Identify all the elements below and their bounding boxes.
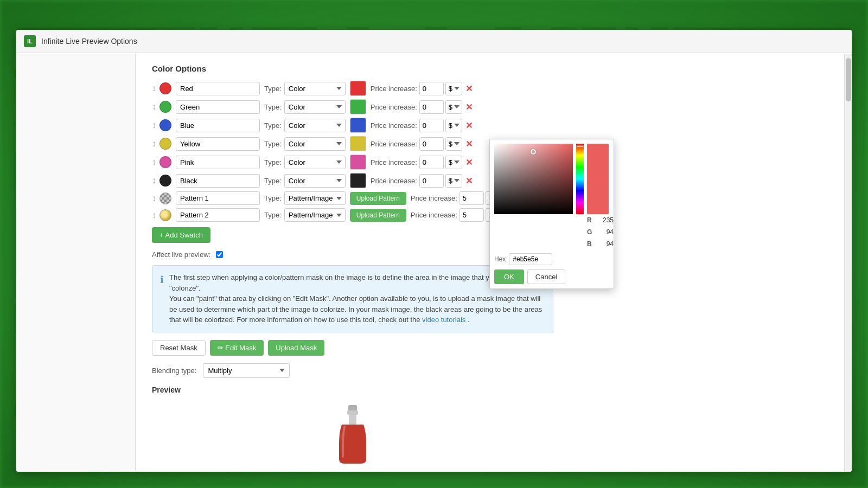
remove-btn-blue[interactable]: ✕ xyxy=(465,120,473,131)
type-select-red[interactable]: ColorPattern/Image xyxy=(284,82,346,95)
type-label-yellow: Type: xyxy=(264,140,282,148)
video-tutorials-link[interactable]: video tutorials xyxy=(422,316,465,324)
name-input-pink[interactable] xyxy=(176,156,260,169)
color-swatch-pink[interactable] xyxy=(159,156,171,168)
color-swatch-red[interactable] xyxy=(159,82,171,94)
price-input-blue[interactable] xyxy=(419,119,444,132)
type-select-pattern1[interactable]: ColorPattern/Image xyxy=(284,191,346,205)
picker-r-row: R 235 xyxy=(587,216,614,224)
drag-handle-blue[interactable]: ↕ xyxy=(152,120,156,130)
color-swatch-black[interactable] xyxy=(159,175,171,187)
picker-top-row: R 235 G 94 B 94 xyxy=(494,144,609,250)
currency-select-red[interactable]: $ xyxy=(445,82,462,95)
picker-hex-row: Hex xyxy=(494,253,609,265)
left-sidebar xyxy=(16,53,136,471)
reset-mask-button[interactable]: Reset Mask xyxy=(152,340,206,356)
currency-select-blue[interactable]: $ xyxy=(445,119,462,132)
picker-gradient[interactable] xyxy=(494,144,573,214)
price-input-green[interactable] xyxy=(419,100,444,114)
color-swatch-pattern2[interactable] xyxy=(159,209,171,221)
scrollbar[interactable] xyxy=(844,54,852,472)
type-label-green: Type: xyxy=(264,103,282,111)
drag-handle-pattern2[interactable]: ↕ xyxy=(152,210,156,220)
type-select-pink[interactable]: ColorPattern/Image xyxy=(284,156,346,169)
picker-cancel-button[interactable]: Cancel xyxy=(527,269,565,284)
currency-select-pink[interactable]: $ xyxy=(445,156,462,169)
affect-label: Affect live preview: xyxy=(152,251,210,259)
name-input-pattern1[interactable] xyxy=(176,191,260,205)
add-swatch-label: + Add Swatch xyxy=(159,231,203,239)
remove-btn-pink[interactable]: ✕ xyxy=(465,157,473,168)
color-swatch-pattern1[interactable] xyxy=(159,192,171,204)
currency-select-black[interactable]: $ xyxy=(445,174,462,188)
b-value: 94 xyxy=(595,240,614,248)
type-label-pattern1: Type: xyxy=(264,194,282,202)
add-swatch-button[interactable]: + Add Swatch xyxy=(152,227,210,243)
price-input-yellow[interactable] xyxy=(419,137,444,151)
color-swatch-blue[interactable] xyxy=(159,119,171,131)
price-label-pattern2: Price increase: xyxy=(411,211,457,219)
color-row-red: ↕Type:ColorPattern/ImagePrice increase:$… xyxy=(152,81,841,96)
color-swatch-yellow[interactable] xyxy=(159,138,171,150)
main-content: Color Options ↕Type:ColorPattern/ImagePr… xyxy=(136,53,852,471)
color-preview-red[interactable] xyxy=(350,81,366,96)
color-preview-black[interactable] xyxy=(350,173,366,188)
price-input-red[interactable] xyxy=(419,82,444,95)
drag-handle-green[interactable]: ↕ xyxy=(152,102,156,112)
drag-handle-red[interactable]: ↕ xyxy=(152,84,156,93)
drag-handle-yellow[interactable]: ↕ xyxy=(152,139,156,149)
type-select-yellow[interactable]: ColorPattern/Image xyxy=(284,137,346,151)
picker-hue-bar[interactable] xyxy=(576,144,584,214)
remove-btn-green[interactable]: ✕ xyxy=(465,102,473,112)
upload-mask-button[interactable]: Upload Mask xyxy=(268,340,324,356)
name-input-blue[interactable] xyxy=(176,119,260,132)
color-swatch-green[interactable] xyxy=(159,101,171,113)
color-preview-yellow[interactable] xyxy=(350,136,366,151)
color-preview-green[interactable] xyxy=(350,99,366,114)
g-label: G xyxy=(587,228,592,236)
type-select-pattern2[interactable]: ColorPattern/Image xyxy=(284,208,346,222)
price-label-blue: Price increase: xyxy=(371,121,417,130)
currency-select-yellow[interactable]: $ xyxy=(445,137,462,151)
b-label: B xyxy=(587,240,592,248)
blending-select[interactable]: Multiply Normal Screen Overlay xyxy=(203,363,290,378)
info-text-end: . xyxy=(468,316,470,324)
price-input-pattern2[interactable] xyxy=(459,208,484,222)
name-input-pattern2[interactable] xyxy=(176,208,260,222)
affect-checkbox[interactable] xyxy=(216,251,223,258)
remove-btn-black[interactable]: ✕ xyxy=(465,176,473,186)
price-input-pattern1[interactable] xyxy=(459,191,484,205)
name-input-black[interactable] xyxy=(176,174,260,188)
color-row-blue: ↕Type:ColorPattern/ImagePrice increase:$… xyxy=(152,118,841,133)
price-input-pink[interactable] xyxy=(419,156,444,169)
drag-handle-pattern1[interactable]: ↕ xyxy=(152,194,156,203)
name-input-green[interactable] xyxy=(176,100,260,114)
upload-pattern-btn-pattern1[interactable]: Upload Pattern xyxy=(350,192,406,205)
edit-mask-button[interactable]: ✏ Edit Mask xyxy=(210,340,264,356)
picker-cursor[interactable] xyxy=(531,149,536,155)
picker-right-panel: R 235 G 94 B 94 xyxy=(587,144,614,250)
type-label-red: Type: xyxy=(264,85,282,93)
svg-rect-1 xyxy=(347,410,358,415)
color-row-green: ↕Type:ColorPattern/ImagePrice increase:$… xyxy=(152,99,841,114)
upload-pattern-btn-pattern2[interactable]: Upload Pattern xyxy=(350,209,406,222)
remove-btn-yellow[interactable]: ✕ xyxy=(465,139,473,149)
drag-handle-pink[interactable]: ↕ xyxy=(152,157,156,167)
price-input-black[interactable] xyxy=(419,174,444,188)
remove-btn-red[interactable]: ✕ xyxy=(465,84,473,94)
hex-input[interactable] xyxy=(509,253,552,265)
scrollbar-thumb[interactable] xyxy=(846,58,851,101)
r-value: 235 xyxy=(595,216,614,224)
currency-select-green[interactable]: $ xyxy=(445,100,462,114)
name-input-yellow[interactable] xyxy=(176,137,260,151)
color-preview-pink[interactable] xyxy=(350,155,366,170)
app-icon: IL xyxy=(24,35,36,47)
color-options-title: Color Options xyxy=(152,64,841,73)
type-select-black[interactable]: ColorPattern/Image xyxy=(284,174,346,188)
type-select-blue[interactable]: ColorPattern/Image xyxy=(284,119,346,132)
color-preview-blue[interactable] xyxy=(350,118,366,133)
name-input-red[interactable] xyxy=(176,82,260,95)
drag-handle-black[interactable]: ↕ xyxy=(152,176,156,185)
picker-ok-button[interactable]: OK xyxy=(494,269,524,284)
type-select-green[interactable]: ColorPattern/Image xyxy=(284,100,346,114)
